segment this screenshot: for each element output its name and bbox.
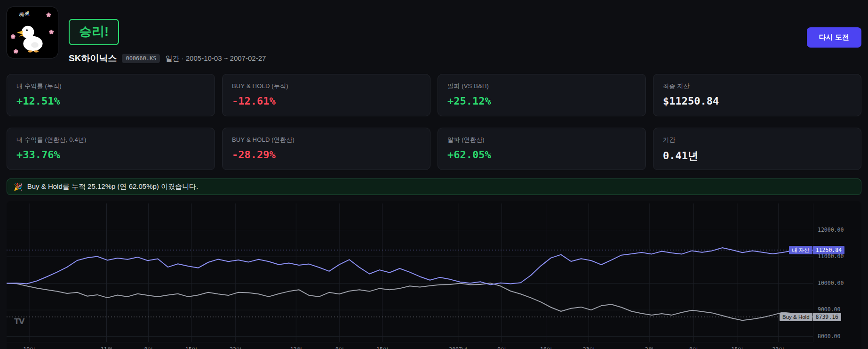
stat-label: 알파 (연환산) bbox=[447, 136, 636, 144]
price-axis[interactable]: 12000.0011000.0010000.009000.008000.00 bbox=[813, 203, 861, 342]
stat-label: 기간 bbox=[663, 136, 852, 144]
time-axis[interactable]: 19일11월8일15일22일12월8일15일2007년9일16일23일2월8일1… bbox=[7, 342, 813, 349]
stat-label: 최종 자산 bbox=[663, 82, 852, 90]
series-name-label: 내 자산 bbox=[789, 246, 812, 254]
time-tick-label: 12월 bbox=[290, 346, 302, 349]
stat-value: $11250.84 bbox=[663, 95, 852, 107]
stat-value: +62.05% bbox=[447, 149, 636, 161]
stat-card-final-assets: 최종 자산 $11250.84 bbox=[653, 74, 861, 116]
series-name-label: Buy & Hold bbox=[780, 313, 812, 321]
chart-canvas bbox=[7, 203, 813, 342]
stats-grid: 내 수익률 (누적) +12.51% BUY & HOLD (누적) -12.6… bbox=[7, 74, 861, 170]
time-tick-label: 16일 bbox=[540, 346, 552, 349]
period-info: 일간 · 2005-10-03 ~ 2007-02-27 bbox=[165, 54, 266, 63]
header: 헤헤 승리! bbox=[7, 7, 861, 65]
time-tick-label: 23일 bbox=[772, 346, 784, 349]
result-page: 헤헤 승리! bbox=[0, 0, 868, 349]
series-price-badge: Buy & Hold8739.16 bbox=[780, 313, 841, 321]
retry-button[interactable]: 다시 도전 bbox=[807, 27, 861, 48]
stock-name: SK하이닉스 bbox=[69, 52, 117, 65]
victory-banner-text: Buy & Hold를 누적 25.12%p (연 62.05%p) 이겼습니다… bbox=[27, 182, 198, 191]
time-tick-label: 2월 bbox=[645, 346, 653, 349]
avatar-image: 헤헤 bbox=[7, 7, 58, 58]
stat-value: +33.76% bbox=[16, 149, 205, 161]
stat-label: 내 수익률 (연환산, 0.4년) bbox=[16, 136, 205, 144]
stat-value: 0.41년 bbox=[663, 149, 852, 163]
stat-value: +12.51% bbox=[16, 95, 205, 107]
stat-value: +25.12% bbox=[447, 95, 636, 107]
price-tick-label: 8000.00 bbox=[818, 333, 840, 340]
stat-label: BUY & HOLD (연환산) bbox=[232, 136, 421, 144]
time-tick-label: 23일 bbox=[583, 346, 595, 349]
stat-card-buyhold-cum: BUY & HOLD (누적) -12.61% bbox=[222, 74, 430, 116]
ticker-badge: 000660.KS bbox=[122, 54, 160, 63]
header-text-block: 승리! SK하이닉스 000660.KS 일간 · 2005-10-03 ~ 2… bbox=[69, 7, 266, 65]
stat-label: BUY & HOLD (누적) bbox=[232, 82, 421, 90]
stat-card-my-return-cum: 내 수익률 (누적) +12.51% bbox=[7, 74, 215, 116]
stat-label: 내 수익률 (누적) bbox=[16, 82, 205, 90]
time-tick-label: 8일 bbox=[335, 346, 344, 349]
price-tick-label: 9000.00 bbox=[818, 306, 840, 313]
time-tick-label: 8일 bbox=[144, 346, 152, 349]
stat-value: -28.29% bbox=[232, 149, 421, 161]
price-tick-label: 10000.00 bbox=[818, 280, 844, 286]
time-tick-label: 2007년 bbox=[449, 346, 467, 349]
time-tick-label: 8일 bbox=[689, 346, 698, 349]
chart-plot-area[interactable]: TV bbox=[7, 203, 813, 342]
time-tick-label: 15일 bbox=[185, 346, 197, 349]
stat-card-buyhold-annual: BUY & HOLD (연환산) -28.29% bbox=[222, 128, 430, 170]
price-tick-label: 12000.00 bbox=[818, 227, 844, 233]
tradingview-logo[interactable]: TV bbox=[14, 317, 24, 326]
stat-card-my-return-annual: 내 수익률 (연환산, 0.4년) +33.76% bbox=[7, 128, 215, 170]
series-price-badge: 내 자산11250.84 bbox=[789, 246, 844, 254]
result-badge: 승리! bbox=[69, 19, 119, 45]
avatar: 헤헤 bbox=[7, 7, 58, 58]
party-popper-icon: 🎉 bbox=[14, 183, 23, 191]
stat-card-alpha: 알파 (VS B&H) +25.12% bbox=[438, 74, 646, 116]
stat-label: 알파 (VS B&H) bbox=[447, 82, 636, 90]
stat-card-alpha-annual: 알파 (연환산) +62.05% bbox=[438, 128, 646, 170]
time-tick-label: 19일 bbox=[23, 346, 35, 349]
title-row: SK하이닉스 000660.KS 일간 · 2005-10-03 ~ 2007-… bbox=[69, 52, 266, 65]
time-tick-label: 15일 bbox=[731, 346, 743, 349]
series-price-label: 11250.84 bbox=[813, 246, 844, 254]
victory-banner: 🎉 Buy & Hold를 누적 25.12%p (연 62.05%p) 이겼습… bbox=[7, 179, 861, 195]
time-tick-label: 22일 bbox=[230, 346, 241, 349]
performance-chart: TV 12000.0011000.0010000.009000.008000.0… bbox=[7, 201, 861, 349]
stat-card-duration: 기간 0.41년 bbox=[653, 128, 861, 170]
time-tick-label: 15일 bbox=[376, 346, 388, 349]
series-price-label: 8739.16 bbox=[813, 313, 841, 321]
stat-value: -12.61% bbox=[232, 95, 421, 107]
time-tick-label: 9일 bbox=[497, 346, 506, 349]
time-tick-label: 11월 bbox=[101, 346, 112, 349]
